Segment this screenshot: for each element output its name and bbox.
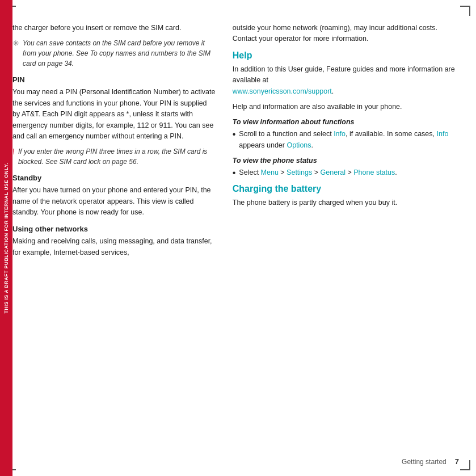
- tip-text: You can save contacts on the SIM card be…: [23, 38, 216, 69]
- bullet-item-1: • Scroll to a function and select Info, …: [233, 129, 459, 151]
- settings-link: Settings: [287, 169, 312, 176]
- help-text3: Help and information are also available …: [233, 102, 459, 112]
- corner-mark-br: [460, 460, 470, 470]
- bullet-text-2: Select Menu > Settings > General > Phone…: [239, 167, 397, 178]
- bullet-dot-1: •: [233, 129, 236, 140]
- warning-text: If you enter the wrong PIN three times i…: [18, 146, 216, 167]
- draft-label: This is a draft publication for internal…: [3, 163, 9, 314]
- help-period: .: [332, 87, 334, 95]
- charging-text: The phone battery is partly charged when…: [233, 197, 459, 208]
- pin-heading: PIN: [12, 75, 216, 84]
- charging-heading: Charging the battery: [233, 184, 459, 194]
- view-status-heading: To view the phone status: [233, 157, 459, 165]
- corner-mark-tr: [460, 6, 470, 16]
- left-column: the charger before you insert or remove …: [12, 17, 227, 459]
- phone-status-link: Phone status: [353, 169, 395, 176]
- warning-icon: !: [12, 147, 15, 156]
- tip-icon: ✳: [12, 39, 19, 48]
- help-body: In addition to this User guide, Feature …: [233, 64, 459, 97]
- right-intro-text: outside your home network (roaming), may…: [233, 23, 459, 45]
- left-intro-text: the charger before you insert or remove …: [12, 23, 216, 33]
- menu-link: Menu: [261, 169, 279, 176]
- using-networks-heading: Using other networks: [12, 225, 216, 233]
- info-link-2: Info: [436, 130, 448, 138]
- info-link-1: Info: [334, 130, 346, 138]
- general-link: General: [321, 169, 346, 176]
- right-column: outside your home network (roaming), may…: [227, 17, 459, 459]
- bullet-dot-2: •: [233, 167, 236, 178]
- page-container: This is a draft publication for internal…: [0, 0, 476, 476]
- pin-text: You may need a PIN (Personal Identificat…: [12, 87, 216, 142]
- warning-box: ! If you enter the wrong PIN three times…: [12, 146, 216, 167]
- standby-text: After you have turned on your phone and …: [12, 185, 216, 218]
- draft-watermark: This is a draft publication for internal…: [0, 0, 12, 476]
- footer: Getting started 7: [402, 457, 459, 466]
- content-area: the charger before you insert or remove …: [12, 17, 459, 459]
- view-functions-heading: To view information about functions: [233, 118, 459, 126]
- bullet-text-1: Scroll to a function and select Info, if…: [239, 129, 459, 151]
- help-heading: Help: [233, 50, 459, 61]
- footer-section: Getting started: [402, 458, 446, 466]
- tip-box: ✳ You can save contacts on the SIM card …: [12, 38, 216, 69]
- help-url-link[interactable]: www.sonyericsson.com/support: [233, 87, 332, 95]
- help-text1: In addition to this User guide, Feature …: [233, 65, 455, 84]
- bullet-item-2: • Select Menu > Settings > General > Pho…: [233, 167, 459, 178]
- using-networks-text: Making and receiving calls, using messag…: [12, 236, 216, 258]
- options-link: Options: [287, 141, 311, 149]
- standby-heading: Standby: [12, 174, 216, 182]
- footer-page: 7: [455, 457, 459, 466]
